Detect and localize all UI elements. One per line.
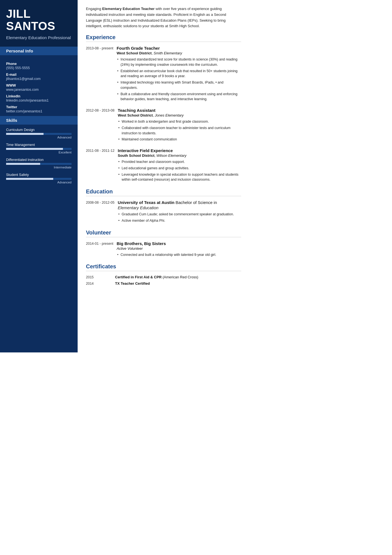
entry-bullets: Connected and built a relationship with …: [117, 252, 241, 258]
entry-bullets: Increased standardized test score for st…: [117, 57, 241, 102]
phone-value: (555) 555-5555: [6, 66, 72, 70]
list-item: Active member of Alpha Phi.: [118, 218, 241, 223]
skill-item: Time Management Excellent: [6, 143, 72, 154]
skill-level: Excellent: [6, 151, 72, 154]
entry-org: South School District, Wilson Elementary: [118, 153, 241, 158]
sidebar-header: JILL SANTOS Elementary Education Profess…: [0, 0, 78, 47]
experience-entry: 2013-08 - present Fourth Grade Teacher W…: [86, 46, 241, 103]
entry-body: University of Texas at Austin Bachelor o…: [118, 200, 241, 224]
list-item: Integrated technology into learning with…: [117, 80, 241, 90]
experience-section-title: Experience: [86, 34, 241, 42]
candidate-subtitle: Elementary Education Professional: [6, 35, 72, 41]
entry-date: 2012-08 - 2013-08: [86, 108, 118, 143]
skill-bar: [6, 148, 72, 150]
email-label: E-mail: [6, 73, 72, 77]
list-item: Connected and built a relationship with …: [117, 252, 241, 258]
main-content: Engaging Elementary Education Teacher wi…: [78, 0, 250, 352]
skills-section-title: Skills: [0, 116, 78, 125]
list-item: Built a collaborative and friendly class…: [117, 92, 241, 102]
entry-org: West School District, Smith Elementary: [117, 51, 241, 55]
list-item: Led educational games and group activiti…: [118, 166, 241, 171]
skill-bar: [6, 163, 72, 165]
entry-org: West School District, Jones Elementary: [118, 113, 241, 117]
list-item: Leveraged knowledge in special education…: [118, 172, 241, 183]
www-value: www.janesantos.com: [6, 88, 72, 92]
summary-paragraph: Engaging Elementary Education Teacher wi…: [86, 6, 241, 29]
twitter-value: twitter.com/janesantos1: [6, 109, 72, 113]
entry-body: Interactive Field Experience South Schoo…: [118, 148, 241, 183]
certificates-entries: 2015 Certified in First Aid & CPR (Ameri…: [86, 275, 241, 286]
linkedin-value: linkedin.com/in/janesantos1: [6, 99, 72, 102]
list-item: Worked in both a kindergarten and first …: [118, 119, 241, 124]
list-item: Increased standardized test score for st…: [117, 57, 241, 67]
entry-body: Big Brothers, Big Sisters Active Volunte…: [117, 241, 241, 259]
skills-block: Curriculum Design Advanced Time Manageme…: [0, 125, 78, 193]
www-label: WWW: [6, 84, 72, 87]
skill-bar-fill: [6, 148, 63, 150]
skill-level: Advanced: [6, 136, 72, 139]
skill-level: Advanced: [6, 181, 72, 184]
cert-text: TX Teacher Certified: [115, 281, 150, 286]
experience-entries: 2013-08 - present Fourth Grade Teacher W…: [86, 46, 241, 183]
experience-entry: 2012-08 - 2013-08 Teaching Assistant Wes…: [86, 108, 241, 143]
sidebar: JILL SANTOS Elementary Education Profess…: [0, 0, 78, 352]
linkedin-label: LinkedIn: [6, 94, 72, 98]
list-item: Maintained constant communication: [118, 137, 241, 142]
edu-major: Elementary Education: [118, 205, 241, 210]
personal-info-block: Phone (555) 555-5555 E-mail jillsantos1@…: [0, 55, 78, 116]
twitter-label: Twitter: [6, 105, 72, 109]
entry-org: Active Volunteer: [117, 246, 241, 251]
cert-year: 2015: [86, 275, 115, 279]
entry-bullets: Graduated Cum Laude; asked be commenceme…: [118, 212, 241, 223]
list-item: Graduated Cum Laude; asked be commenceme…: [118, 212, 241, 217]
skill-name: Time Management: [6, 143, 72, 147]
skill-bar-remaining: [63, 148, 72, 150]
list-item: Established an extracurricular book club…: [117, 69, 241, 79]
entry-body: Teaching Assistant West School District,…: [118, 108, 241, 143]
education-section-title: Education: [86, 188, 241, 196]
skill-bar-fill: [6, 133, 44, 135]
entry-date: 2008-08 - 2012-05: [86, 200, 118, 224]
candidate-name: JILL SANTOS: [6, 8, 72, 32]
skill-level: Intermediate: [6, 166, 72, 169]
entry-date: 2014-01 - present: [86, 241, 117, 259]
skill-name: Curriculum Design: [6, 128, 72, 132]
certificate-entry: 2014 TX Teacher Certified: [86, 281, 241, 286]
edu-degree: University of Texas at Austin Bachelor o…: [118, 200, 241, 205]
volunteer-section-title: Volunteer: [86, 229, 241, 237]
cert-year: 2014: [86, 282, 115, 286]
entry-date: 2013-08 - present: [86, 46, 117, 103]
volunteer-entries: 2014-01 - present Big Brothers, Big Sist…: [86, 241, 241, 259]
email-value: jillsantos1@gmail.com: [6, 77, 72, 81]
skill-bar: [6, 178, 72, 180]
entry-title: Big Brothers, Big Sisters: [117, 241, 241, 246]
entry-bullets: Provided teacher and classroom support.L…: [118, 159, 241, 182]
skill-bar-remaining: [53, 178, 72, 180]
education-entries: 2008-08 - 2012-05 University of Texas at…: [86, 200, 241, 224]
skill-bar-remaining: [44, 133, 72, 135]
skill-bar: [6, 133, 72, 135]
entry-body: Fourth Grade Teacher West School Distric…: [117, 46, 241, 103]
certificate-entry: 2015 Certified in First Aid & CPR (Ameri…: [86, 275, 241, 279]
entry-title: Interactive Field Experience: [118, 148, 241, 153]
skill-item: Student Safety Advanced: [6, 173, 72, 184]
skill-name: Student Safety: [6, 173, 72, 177]
skill-item: Curriculum Design Advanced: [6, 128, 72, 139]
certificates-section-title: Certificates: [86, 263, 241, 271]
personal-info-section-title: Personal Info: [0, 47, 78, 55]
entry-title: Teaching Assistant: [118, 108, 241, 113]
skill-bar-fill: [6, 178, 53, 180]
skill-bar-remaining: [40, 163, 72, 165]
experience-entry: 2011-08 - 2011-12 Interactive Field Expe…: [86, 148, 241, 183]
skill-bar-fill: [6, 163, 40, 165]
phone-label: Phone: [6, 62, 72, 66]
summary-bold: Elementary Education Teacher: [102, 7, 155, 11]
skill-item: Differentiated Instruction Intermediate: [6, 158, 72, 169]
entry-title: Fourth Grade Teacher: [117, 46, 241, 51]
entry-date: 2011-08 - 2011-12: [86, 148, 118, 183]
list-item: Collaborated with classroom teacher to a…: [118, 125, 241, 136]
volunteer-entry: 2014-01 - present Big Brothers, Big Sist…: [86, 241, 241, 259]
skill-name: Differentiated Instruction: [6, 158, 72, 162]
cert-text: Certified in First Aid & CPR (American R…: [115, 275, 198, 279]
education-entry: 2008-08 - 2012-05 University of Texas at…: [86, 200, 241, 224]
